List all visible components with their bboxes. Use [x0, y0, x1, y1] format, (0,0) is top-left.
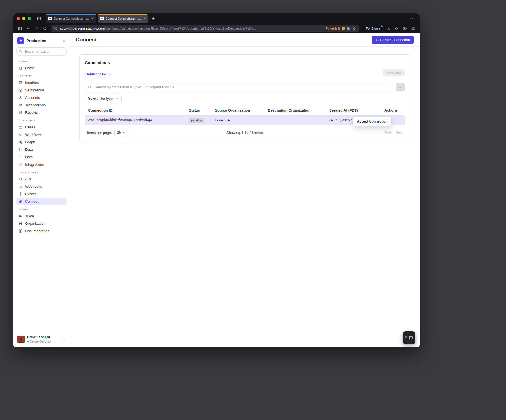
sidebar-item-integrations[interactable]: Integrations [16, 161, 67, 168]
sidebar-item-verifications[interactable]: Verifications [16, 86, 67, 94]
sidebar-item-connect[interactable]: Connect [16, 198, 67, 205]
bookmark-button[interactable] [352, 27, 356, 30]
save-to-pocket-button[interactable] [384, 25, 392, 32]
sidebar-item-data[interactable]: Data [16, 146, 67, 153]
plus-icon: + [376, 38, 378, 42]
sidebar-item-label: Graph [25, 140, 35, 144]
shield-icon[interactable] [54, 27, 58, 30]
back-arrow-icon [26, 26, 30, 30]
tab-connect-connections-2[interactable]: Connect Connections – Persona ✕ [98, 14, 148, 23]
profile-button[interactable] [401, 25, 409, 32]
sidebar-item-cases[interactable]: Cases [16, 123, 67, 131]
accept-connection-menu-item[interactable]: Accept Connection [357, 119, 387, 123]
sidebar-item-workflows[interactable]: Workflows [16, 131, 67, 138]
sidebar-item-team[interactable]: Team [16, 212, 67, 220]
person-silhouette-icon [18, 337, 24, 343]
tab-default-view[interactable]: Default view [85, 72, 112, 79]
select-filter-type-button[interactable]: Select filter type [85, 95, 122, 102]
sidebar-item-api[interactable]: API [16, 175, 67, 183]
sidebar-toggle-button[interactable] [16, 25, 24, 32]
tab-close-button[interactable]: ✕ [91, 17, 94, 20]
reload-button[interactable] [41, 25, 49, 32]
webhook-icon [19, 184, 23, 189]
extensions-grid-icon [394, 26, 399, 30]
chevron-down-icon [115, 97, 118, 100]
sidebar-item-documentation[interactable]: Documentation [16, 227, 67, 235]
next-page-button[interactable]: Next [396, 131, 402, 134]
col-actions: Actions [384, 108, 401, 112]
back-button[interactable] [24, 25, 32, 32]
environment-name: Production [27, 39, 60, 43]
sidebar-item-transactions[interactable]: Transactions [16, 101, 67, 109]
book-icon [19, 229, 23, 233]
user-switcher[interactable]: Drew Leonard Crypto Onramp [16, 334, 67, 344]
sidebar-search-input[interactable] [24, 49, 64, 54]
prev-page-button[interactable]: Prev [385, 131, 392, 134]
sidebar-item-label: Transactions [25, 103, 46, 107]
sidebar-item-lists[interactable]: Lists [16, 153, 67, 161]
pagination-controls: Prev Next [385, 131, 402, 134]
firefox-view-button[interactable] [35, 15, 43, 22]
persona-logo-icon [19, 39, 23, 43]
new-tab-button[interactable]: + [150, 15, 157, 22]
sign-in-button[interactable]: Sign in [363, 25, 384, 32]
sidebar-item-accounts[interactable]: Accounts [16, 94, 67, 101]
shortcuts-grid-button[interactable] [347, 27, 350, 30]
forward-arrow-icon [35, 26, 39, 30]
create-connection-button[interactable]: + Create Connection [372, 36, 414, 44]
url-bar[interactable]: app.withpersona-staging.com/dashboard/co… [51, 25, 359, 32]
sidebar-search[interactable] [16, 47, 67, 56]
graph-nodes-icon [19, 140, 23, 144]
items-per-page-select[interactable]: 25 [114, 129, 128, 136]
card-title: Connections [85, 60, 405, 65]
filter-button[interactable] [396, 83, 405, 91]
table-search-row [85, 83, 405, 91]
section-label-admin: ADMIN [16, 205, 67, 212]
page-content: Connections Default view Save view [70, 47, 420, 347]
tab-title: Connect Connections – Persona [54, 17, 89, 20]
col-destination-organization: Destination Organization [268, 108, 329, 112]
menu-icon [411, 26, 415, 30]
grid-icon [347, 27, 350, 30]
support-widget[interactable] [403, 331, 415, 344]
list-all-tabs-button[interactable] [408, 15, 415, 22]
save-view-button[interactable]: Save view [383, 69, 405, 76]
container-stripe [98, 14, 148, 15]
table-header: Connection ID Status Source Organization… [85, 106, 405, 115]
container-tab-label: Fintech B [325, 27, 340, 30]
sidebar-item-label: Data [25, 147, 33, 152]
chevron-down-icon [410, 17, 413, 20]
tab-connect-connections-1[interactable]: Connect Connections – Persona ✕ [46, 14, 96, 23]
id-card-icon [19, 81, 23, 85]
sidebar-item-inquiries[interactable]: Inquiries [16, 79, 67, 86]
tab-close-button[interactable]: ✕ [143, 17, 146, 20]
minimize-window-button[interactable] [22, 17, 25, 20]
app-menu-button[interactable] [409, 25, 417, 32]
sidebar-item-reports[interactable]: Reports [16, 109, 67, 116]
connection-search-input[interactable] [94, 85, 390, 89]
cell-source-organization: Fintech A [215, 118, 268, 122]
account-person-icon [366, 26, 370, 30]
sidebar-item-home[interactable]: Home [16, 64, 67, 72]
link-icon [19, 199, 23, 204]
close-window-button[interactable] [17, 17, 20, 20]
org-switcher[interactable]: Production [16, 37, 67, 47]
extensions-button[interactable] [392, 25, 400, 32]
status-badge: pending [189, 118, 204, 123]
section-label-home: HOME [16, 57, 67, 64]
sidebar-item-organization[interactable]: Organization [16, 220, 67, 227]
url-host: app.withpersona-staging.com [60, 27, 105, 30]
main-area: Connect + Create Connection Connections … [70, 33, 420, 347]
sidebar-item-webhooks[interactable]: Webhooks [16, 183, 67, 190]
connection-search[interactable] [85, 83, 393, 91]
sidebar-item-graph[interactable]: Graph [16, 138, 67, 146]
check-circle-icon [19, 88, 23, 92]
code-icon [19, 177, 23, 181]
firefox-view-icon [37, 16, 41, 21]
url-path: /dashboard/connect/connections?filter={}… [105, 27, 256, 30]
sidebar-item-label: Workflows [25, 133, 42, 137]
sidebar-item-label: Reports [25, 110, 38, 115]
sidebar-item-events[interactable]: Events [16, 190, 67, 198]
forward-button[interactable] [33, 25, 40, 32]
zoom-window-button[interactable] [28, 17, 31, 20]
